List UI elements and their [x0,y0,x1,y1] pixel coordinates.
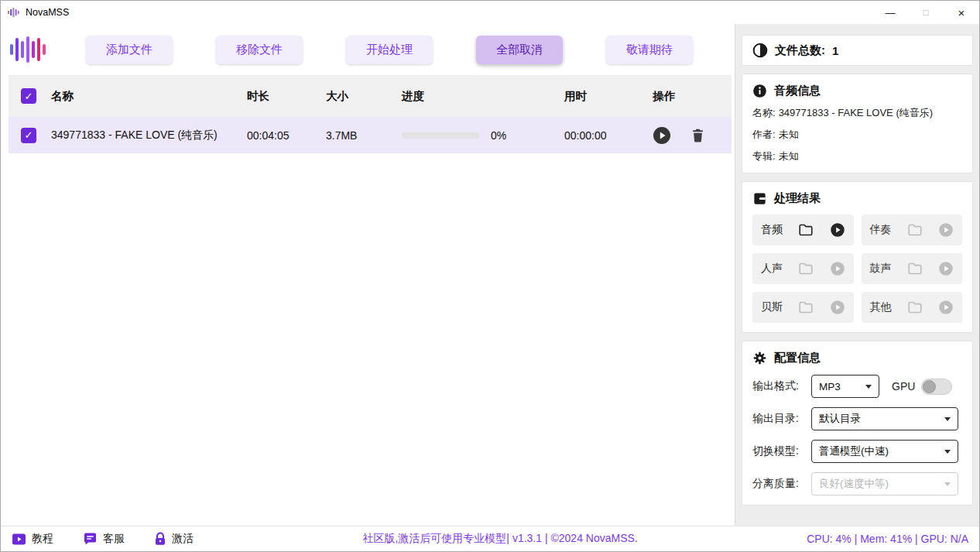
file-table: ✓ 名称 时长 大小 进度 用时 操作 ✓ [9,75,732,526]
open-folder-button[interactable] [798,262,814,276]
play-circle-icon [938,261,954,276]
quality-select[interactable]: 良好(速度中等) [811,472,958,495]
add-files-button[interactable]: 添加文件 [86,36,173,64]
audio-artist-field: 作者:未知 [752,128,962,142]
output-format-select[interactable]: MP3 [811,375,879,398]
row-checkbox[interactable]: ✓ [21,128,36,143]
open-folder-button[interactable] [798,223,814,237]
chat-icon [83,532,98,546]
gpu-toggle[interactable] [921,379,952,395]
play-result-button[interactable] [830,222,845,238]
coming-soon-button[interactable]: 敬请期待 [606,36,693,64]
audio-info-title: 音频信息 [774,84,821,98]
file-duration: 00:04:05 [247,129,326,142]
gpu-label: GPU [892,380,915,393]
play-circle-icon [830,261,845,276]
config-title: 配置信息 [774,351,821,365]
window-title: NovaMSS [26,7,69,18]
main-area: 添加文件 移除文件 开始处理 全部取消 敬请期待 ✓ 名称 时长 大小 进度 [1,24,979,526]
info-icon [752,84,767,98]
audio-album-label: 专辑: [752,150,776,162]
play-circle-icon [830,300,845,315]
start-processing-button[interactable]: 开始处理 [346,36,433,64]
column-header-elapsed: 用时 [564,89,642,104]
result-label: 人声 [761,262,783,276]
folder-icon [798,262,814,276]
system-stats: CPU: 4% | Mem: 41% | GPU: N/A [807,533,968,545]
model-select[interactable]: 普通模型(中速) [811,440,958,463]
result-item-accompaniment: 伴奏 [862,214,963,245]
audio-artist-label: 作者: [752,129,776,140]
chevron-down-icon [944,417,951,421]
results-icon [752,191,767,206]
support-link[interactable]: 客服 [83,532,125,546]
minimize-button[interactable]: — [872,1,908,24]
delete-button[interactable] [691,128,704,142]
folder-icon [907,300,923,314]
audio-name-value: 349771833 - FAKE LOVE (纯音乐) [779,107,933,118]
check-icon: ✓ [25,91,33,102]
chevron-down-icon [944,482,951,486]
play-result-button[interactable] [938,261,954,276]
audio-artist-value: 未知 [779,129,799,140]
edition-info: 社区版,激活后可使用专业模型| v1.3.1 | ©2024 NovaMSS. [194,532,807,546]
result-item-audio: 音频 [752,214,854,245]
play-result-button[interactable] [830,300,845,315]
open-folder-button[interactable] [798,300,814,314]
toggle-knob [923,380,936,393]
tutorial-icon [12,533,26,546]
support-label: 客服 [103,532,125,546]
result-item-drums: 鼓声 [862,253,963,284]
progress-percent: 0% [491,129,506,142]
audio-album-value: 未知 [779,150,799,162]
play-result-button[interactable] [938,300,954,315]
tutorial-link[interactable]: 教程 [12,532,53,546]
quality-label: 分离质量: [752,477,811,491]
folder-icon [907,223,923,237]
left-pane: 添加文件 移除文件 开始处理 全部取消 敬请期待 ✓ 名称 时长 大小 进度 [1,24,735,526]
audio-album-field: 专辑:未知 [752,149,962,163]
gear-icon [752,351,767,365]
column-header-duration: 时长 [247,89,326,104]
folder-icon [798,300,814,314]
remove-files-button[interactable]: 移除文件 [216,36,303,64]
select-all-checkbox[interactable]: ✓ [21,88,36,104]
result-label: 音频 [761,223,783,237]
statusbar: 教程 客服 激活 社区版,激活后可使用专业模型| v1.3.1 | ©2024 … [1,526,979,551]
maximize-button[interactable]: □ [908,1,944,24]
result-item-bass: 贝斯 [752,292,854,323]
chevron-down-icon [944,450,951,454]
output-dir-select[interactable]: 默认目录 [811,407,958,430]
results-grid: 音频 [752,214,962,323]
output-dir-label: 输出目录: [752,412,811,426]
result-label: 其他 [870,300,892,314]
play-result-button[interactable] [938,222,954,238]
folder-icon [907,262,923,276]
open-folder-button[interactable] [907,223,923,237]
file-size: 3.7MB [326,129,402,142]
activate-link[interactable]: 激活 [154,532,194,547]
audio-info-panel: 音频信息 名称:349771833 - FAKE LOVE (纯音乐) 作者:未… [742,74,973,173]
cancel-all-button[interactable]: 全部取消 [476,36,563,64]
open-folder-button[interactable] [907,300,923,314]
play-circle-icon [938,222,954,238]
file-count-panel: 文件总数: 1 [742,35,973,66]
progress-bar [402,132,479,139]
result-item-vocals: 人声 [752,253,854,284]
table-header-row: ✓ 名称 时长 大小 进度 用时 操作 [9,75,732,117]
file-count-value: 1 [832,44,838,57]
trash-icon [691,128,704,142]
folder-icon [798,223,814,237]
play-button[interactable] [653,126,671,145]
table-row[interactable]: ✓ 349771833 - FAKE LOVE (纯音乐) 00:04:05 3… [9,117,732,153]
titlebar: NovaMSS — □ × [1,1,979,24]
close-button[interactable]: × [944,1,979,24]
result-label: 贝斯 [761,300,783,314]
config-panel: 配置信息 输出格式: MP3 GPU 输出目录: 默认目录 [742,341,973,506]
play-result-button[interactable] [830,261,845,276]
open-folder-button[interactable] [907,262,923,276]
column-header-progress: 进度 [402,89,564,104]
right-pane: 文件总数: 1 音频信息 名称:349771833 - FAKE LOVE (纯… [735,24,979,526]
file-count-label: 文件总数: [775,43,825,58]
waveform-logo-icon [10,34,46,65]
